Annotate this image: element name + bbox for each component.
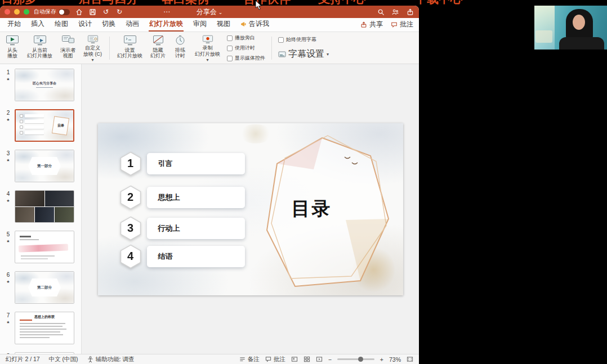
background-menu-link[interactable]: 后台与四分 (79, 0, 138, 5)
tab-review[interactable]: 审阅 (193, 19, 207, 32)
zoom-slider[interactable] (337, 358, 374, 360)
toc-item-3[interactable]: 3 行动上 (119, 216, 245, 241)
slide-number: 1 (7, 69, 10, 75)
toc-item-1[interactable]: 1 引言 (119, 151, 245, 176)
close-button[interactable] (5, 9, 10, 15)
from-beginning-button[interactable]: 从头 播放 (5, 34, 20, 62)
thumbnail-image[interactable]: 匠心实习分享会 (15, 69, 74, 101)
redo-icon[interactable]: ↻ (115, 7, 124, 16)
slide-thumbnail-5[interactable]: 5★ (0, 227, 81, 268)
zoom-out-button[interactable]: − (328, 356, 332, 363)
thumbnail-image[interactable]: 第二部分 (15, 271, 74, 304)
fit-to-window-button[interactable] (407, 356, 413, 362)
thumbnail-image[interactable] (15, 190, 74, 223)
custom-show-button[interactable]: 自定义 放映 (C) ▾ (82, 34, 103, 62)
slide-canvas[interactable]: 1 引言 2 思想上 3 (98, 123, 403, 295)
tab-design[interactable]: 设计 (78, 19, 92, 32)
background-menu-link[interactable]: 合作伙伴 (243, 0, 291, 5)
tab-transitions[interactable]: 切换 (101, 19, 116, 32)
from-current-slide-button[interactable]: 从当前 幻灯片播放 (26, 34, 53, 62)
thumbnail-image[interactable]: 第一部分 (15, 150, 74, 182)
always-use-subtitles-label: 始终使用字幕 (286, 36, 316, 43)
zoom-slider-knob[interactable] (358, 357, 363, 362)
slide-thumbnail-6[interactable]: 6★ 第二部分 (0, 268, 81, 308)
subtitle-settings-icon (278, 51, 286, 57)
thumbnail-image[interactable] (15, 352, 74, 354)
share-button-label: 共享 (369, 20, 383, 29)
undo-icon[interactable]: ↺ (101, 7, 110, 16)
tab-view[interactable]: 视图 (216, 19, 231, 32)
slideshow-options-group: 播放旁白 使用计时 显示媒体控件 (227, 34, 265, 62)
thumbnail-image-selected[interactable]: 目录 (15, 109, 74, 142)
custom-show-label: 自定义 放映 (C) (83, 45, 102, 57)
comments-button[interactable]: 批注 (265, 356, 285, 363)
from-current-slide-label: 从当前 幻灯片播放 (27, 47, 52, 59)
comments-button[interactable]: 批注 (391, 20, 413, 29)
background-menu-link[interactable]: 日那多 (1, 0, 37, 5)
toc-item-number: 1 (119, 151, 142, 176)
setup-slideshow-button[interactable]: 设置 幻灯片放映 (116, 34, 144, 62)
subtitle-settings-button[interactable]: 字幕设置 ▾ (278, 48, 329, 60)
slideshow-view-button[interactable] (316, 356, 323, 362)
hexagon-number-shape: 1 (119, 151, 142, 176)
tab-slideshow[interactable]: 幻灯片放映 (149, 19, 184, 32)
zoom-button[interactable] (24, 9, 29, 15)
slide-thumbnail-7[interactable]: 7★ 思想上的收获 (0, 308, 81, 349)
slide-thumbnail-panel: 1★ 匠心实习分享会 2★ (0, 64, 82, 354)
share-icon[interactable] (405, 7, 414, 16)
tab-home[interactable]: 开始 (7, 19, 21, 32)
more-commands-icon[interactable]: ⋯ (162, 7, 171, 16)
people-icon[interactable] (391, 7, 400, 16)
show-media-controls-checkbox[interactable]: 显示媒体控件 (227, 55, 265, 62)
thumbnail-image[interactable]: 思想上的收获 (15, 312, 74, 344)
presenter-view-button[interactable]: 演示者 视图 (59, 34, 77, 62)
normal-view-button[interactable] (291, 356, 298, 362)
title-underline (20, 320, 32, 321)
home-icon[interactable] (74, 7, 83, 16)
record-slideshow-icon (201, 35, 215, 44)
language-indicator[interactable]: 中文 (中国) (49, 356, 78, 363)
always-use-subtitles-checkbox[interactable]: 始终使用字幕 (278, 36, 329, 43)
slide-sorter-view-button[interactable] (304, 356, 310, 362)
checkbox-icon (227, 35, 233, 41)
tab-insert[interactable]: 插入 (30, 19, 45, 32)
play-narrations-checkbox[interactable]: 播放旁白 (227, 34, 265, 42)
background-menu-link[interactable]: 支持中心 (318, 0, 365, 5)
webcam-video-tile[interactable] (534, 6, 607, 50)
rehearse-timings-button[interactable]: 排练 计时 (172, 34, 188, 62)
share-button[interactable]: 共享 (360, 20, 383, 29)
document-title-text: 分享会 (197, 8, 217, 16)
subtitle-settings-label: 字幕设置 (288, 48, 324, 60)
tab-tell-me[interactable]: 告诉我 (240, 19, 270, 32)
use-timings-checkbox[interactable]: 使用计时 (227, 44, 265, 52)
autosave-toggle[interactable]: 自动保存 (34, 8, 70, 16)
tab-draw[interactable]: 绘图 (54, 19, 69, 32)
accessibility-status[interactable]: 辅助功能: 调查 (87, 356, 135, 363)
slide-thumbnail-4[interactable]: 4★ (0, 187, 81, 227)
zoom-in-button[interactable]: + (380, 356, 383, 363)
slide-thumbnail-1[interactable]: 1★ 匠心实习分享会 (0, 65, 81, 106)
animation-star-icon: ★ (6, 77, 10, 82)
background-menu-link[interactable]: 下载中心 (415, 0, 462, 5)
autosave-switch[interactable] (59, 9, 70, 15)
background-menu-link[interactable]: 客白案例 (162, 0, 209, 5)
toc-title[interactable]: 目录 (284, 196, 340, 222)
slide-thumbnail-2[interactable]: 2★ 目录 (0, 106, 81, 146)
zoom-level[interactable]: 73% (389, 356, 401, 363)
toc-item-4[interactable]: 4 结语 (119, 244, 245, 269)
tab-animations[interactable]: 动画 (125, 19, 140, 32)
rehearse-timings-label: 排练 计时 (175, 47, 185, 59)
slide-thumbnail-8[interactable]: 8★ (0, 349, 81, 354)
slide-thumbnail-3[interactable]: 3★ 第一部分 (0, 146, 81, 187)
animation-star-icon: ★ (6, 280, 10, 284)
toc-item-2[interactable]: 2 思想上 (119, 185, 245, 210)
notes-button[interactable]: 备注 (239, 356, 260, 363)
save-icon[interactable] (88, 7, 97, 16)
thumbnail-image[interactable] (15, 231, 74, 263)
hide-slide-button[interactable]: 隐藏 幻灯片 (149, 34, 167, 62)
minimize-button[interactable] (14, 9, 20, 15)
search-icon[interactable] (376, 7, 385, 16)
record-slideshow-button[interactable]: 录制 幻灯片放映 ▾ (194, 34, 221, 62)
custom-show-icon (86, 35, 100, 44)
hexagon-number-shape: 2 (119, 185, 142, 210)
